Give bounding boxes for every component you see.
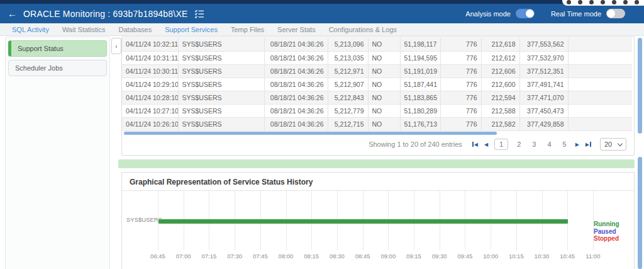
- page-button-1[interactable]: 1: [494, 139, 508, 150]
- app-title: ORACLE Monitoring : 693b7b1894b8\XE: [23, 9, 188, 19]
- chart-title: Graphical Representation of Service Stat…: [122, 173, 634, 191]
- table-cell: [568, 64, 632, 77]
- page-button-5[interactable]: 5: [560, 139, 569, 149]
- page-button-3[interactable]: 3: [530, 139, 538, 149]
- sidebar-item-support-status[interactable]: Support Status: [8, 40, 107, 57]
- table-cell: 212,588: [481, 104, 519, 117]
- chart-vertical-scrollbar[interactable]: [638, 157, 642, 269]
- page-number-list: 12345: [494, 139, 569, 150]
- overlay-dot: [601, 0, 605, 4]
- toggle-analysis-mode[interactable]: [516, 9, 535, 18]
- chart-x-tick: 09:15: [403, 253, 425, 260]
- page-size-select[interactable]: 20: [600, 138, 626, 151]
- service-status-history-panel: Graphical Representation of Service Stat…: [121, 172, 635, 269]
- tab-wait-statistics[interactable]: Wait Statistics: [62, 26, 106, 33]
- browser-overlay-pill: [562, 0, 644, 6]
- last-page-icon[interactable]: ▶: [586, 142, 591, 147]
- sidebar-collapse-button[interactable]: ‹: [111, 38, 121, 54]
- pagination-summary: Showing 1 to 20 of 240 entries: [369, 140, 462, 148]
- table-cell: 212,600: [481, 77, 519, 91]
- overlay-dot: [567, 0, 571, 4]
- table-cell: NO: [368, 38, 400, 51]
- table-cell: 08/18/21 04:36:26: [264, 91, 328, 104]
- chart-x-tick: 09:45: [454, 253, 475, 260]
- table-row[interactable]: 04/11/24 10:31:11SYS$USERS08/18/21 04:36…: [122, 51, 632, 64]
- chart-x-tick: 07:15: [198, 253, 219, 260]
- tab-databases[interactable]: Databases: [119, 26, 152, 33]
- service-status-table-panel: 04/11/24 10:32:11SYS$USERS08/18/21 04:36…: [121, 37, 635, 156]
- app-window: ← ORACLE Monitoring : 693b7b1894b8\XE An…: [0, 0, 644, 269]
- table-cell: 776: [440, 38, 481, 51]
- first-page-icon[interactable]: ◀: [472, 142, 478, 147]
- page-button-4[interactable]: 4: [545, 139, 553, 149]
- table-cell: 377,532,970: [519, 51, 568, 64]
- chart-x-tick: 08:00: [275, 253, 297, 260]
- checklist-icon[interactable]: [194, 9, 204, 18]
- table-cell: 08/18/21 04:36:26: [264, 38, 328, 51]
- table-cell: 212,618: [481, 38, 519, 51]
- table-cell: 51,180,289: [400, 104, 440, 117]
- table-cell: 212,606: [481, 64, 519, 77]
- table-cell: 5,213,035: [328, 51, 368, 64]
- table-cell: 08/18/21 04:36:26: [264, 51, 328, 64]
- toggle-analysis-mode-group: Analysis mode: [465, 9, 535, 18]
- table-row[interactable]: 04/11/24 10:29:10SYS$USERS08/18/21 04:36…: [122, 77, 632, 91]
- table-body: 04/11/24 10:32:11SYS$USERS08/18/21 04:36…: [122, 38, 632, 130]
- previous-page-icon[interactable]: ◀: [484, 142, 488, 147]
- table-cell: 51,183,865: [400, 91, 440, 104]
- table-cell: 776: [440, 51, 481, 64]
- table-row[interactable]: 04/11/24 10:30:11SYS$USERS08/18/21 04:36…: [122, 64, 632, 77]
- table-cell: NO: [368, 117, 400, 130]
- table-cell: 04/11/24 10:30:11: [122, 64, 178, 77]
- table-row[interactable]: 04/11/24 10:32:11SYS$USERS08/18/21 04:36…: [122, 38, 632, 51]
- table-row[interactable]: 04/11/24 10:28:10SYS$USERS08/18/21 04:36…: [122, 91, 632, 104]
- legend-item-paused: Paused: [594, 228, 619, 236]
- table-cell: 377,429,858: [519, 117, 568, 130]
- tab-temp-files[interactable]: Temp Files: [231, 26, 264, 33]
- tab-sql-activity[interactable]: SQL Activity: [12, 26, 49, 33]
- toggle-real-time-mode[interactable]: [606, 9, 625, 18]
- table-cell: 08/18/21 04:36:26: [264, 117, 328, 130]
- chevron-down-icon: [618, 140, 623, 146]
- table-cell: SYS$USERS: [178, 38, 264, 51]
- back-arrow-icon[interactable]: ←: [8, 8, 17, 19]
- section-divider-strip: [118, 159, 635, 168]
- next-page-icon[interactable]: ▶: [575, 142, 579, 147]
- table-cell: 776: [440, 91, 481, 104]
- table-cell: NO: [368, 77, 400, 91]
- table-cell: 04/11/24 10:29:10: [122, 77, 178, 91]
- chart-x-tick: 08:30: [326, 253, 348, 260]
- overlay-dot: [589, 0, 594, 4]
- legend-item-running: Running: [594, 220, 619, 228]
- chart-x-tick: 09:00: [377, 253, 399, 260]
- table-cell: 776: [440, 117, 481, 130]
- chart-x-tick: 07:45: [250, 253, 271, 260]
- toggle-real-time-mode-group: Real Time mode: [551, 9, 625, 18]
- table-cell: 5,212,843: [328, 91, 368, 104]
- table-cell: 51,176,713: [400, 117, 440, 130]
- table-cell: SYS$USERS: [178, 64, 264, 77]
- table-row[interactable]: 04/11/24 10:27:10SYS$USERS08/18/21 04:36…: [122, 104, 632, 117]
- table-cell: [568, 104, 632, 117]
- overlay-dot: [578, 0, 582, 4]
- sidebar-item-scheduler-jobs[interactable]: Scheduler Jobs: [8, 60, 107, 76]
- table-cell: 04/11/24 10:26:10: [122, 117, 178, 130]
- table-cell: NO: [368, 64, 400, 77]
- tab-configurations-logs[interactable]: Configurations & Logs: [329, 26, 397, 33]
- table-vertical-scrollbar[interactable]: [638, 38, 642, 134]
- toggle-knob: [526, 9, 534, 18]
- table-cell: 377,553,562: [519, 38, 568, 51]
- table-cell: 5,212,715: [328, 117, 368, 130]
- sidebar: Support StatusScheduler Jobs: [5, 37, 110, 269]
- tab-server-stats[interactable]: Server Stats: [277, 26, 316, 33]
- header-toggles: Analysis modeReal Time mode: [465, 9, 636, 18]
- chart-x-tick: 10:45: [557, 253, 578, 260]
- tab-support-services[interactable]: Support Services: [165, 26, 218, 33]
- page-button-2[interactable]: 2: [514, 139, 523, 149]
- table-cell: 08/18/21 04:36:26: [264, 64, 328, 77]
- table-cell: [568, 51, 632, 64]
- table-horizontal-scrollbar[interactable]: [124, 132, 497, 135]
- table-cell: NO: [368, 51, 400, 64]
- table-row[interactable]: 04/11/24 10:26:10SYS$USERS08/18/21 04:36…: [122, 117, 632, 130]
- overlay-dot: [635, 0, 639, 4]
